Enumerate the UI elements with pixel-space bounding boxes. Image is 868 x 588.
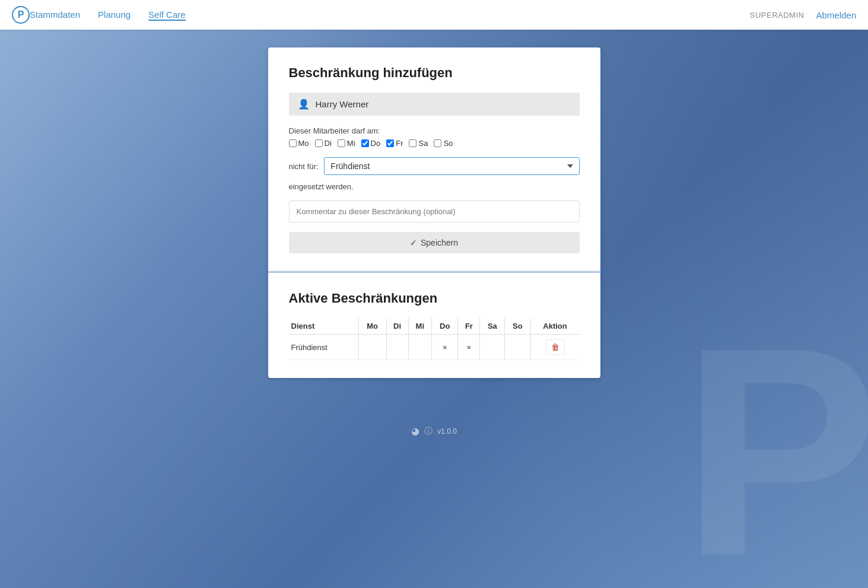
row-sa (480, 335, 505, 360)
navbar-right: SUPERADMIN Abmelden (750, 10, 856, 20)
person-icon: 👤 (298, 98, 310, 110)
row-aktion: 🗑 (530, 335, 580, 360)
footer-version: v1.0.0 (437, 427, 457, 436)
day-item-sa: Sa (409, 139, 428, 148)
nav-planung[interactable]: Planung (98, 9, 131, 21)
x-mark-fr: × (467, 343, 472, 352)
add-restriction-card: Beschränkung hinzufügen 👤 Harry Werner D… (268, 47, 600, 271)
day-item-fr: Fr (386, 139, 403, 148)
nav-selfcare[interactable]: Self Care (148, 9, 186, 21)
row-mo (358, 335, 386, 360)
row-do: × (432, 335, 458, 360)
trash-icon: 🗑 (551, 342, 559, 352)
checkbox-mo[interactable] (289, 139, 297, 147)
day-item-mi: Mi (338, 139, 355, 148)
superadmin-label: SUPERADMIN (750, 11, 805, 20)
add-restriction-title: Beschränkung hinzufügen (289, 65, 580, 81)
table-row: Frühdienst × × 🗑 (289, 335, 580, 360)
col-mo: Mo (358, 318, 386, 335)
checkbox-do[interactable] (361, 139, 369, 147)
checkmark-icon: ✓ (410, 238, 417, 247)
day-label-mo: Mo (298, 139, 309, 148)
comment-input[interactable] (289, 201, 580, 223)
days-row: Mo Di Mi Do Fr (289, 139, 580, 148)
day-label-do: Do (371, 139, 381, 148)
employee-bar: 👤 Harry Werner (289, 93, 580, 116)
col-fr: Fr (458, 318, 480, 335)
save-button[interactable]: ✓ Speichern (289, 232, 580, 253)
day-item-do: Do (361, 139, 381, 148)
nicht-fuer-row: nicht für: Frühdienst Spätdienst Nachtdi… (289, 157, 580, 175)
footer-logo-g: ◕ (411, 425, 419, 437)
x-mark-do: × (443, 343, 447, 352)
col-sa: Sa (480, 318, 505, 335)
save-label: Speichern (421, 238, 458, 247)
row-fr: × (458, 335, 480, 360)
col-mi: Mi (408, 318, 431, 335)
checkbox-mi[interactable] (338, 139, 345, 147)
nav-stammdaten[interactable]: Stammdaten (30, 9, 80, 21)
navbar: P Stammdaten Planung Self Care SUPERADMI… (0, 0, 868, 30)
eingesetzt-label: eingesetzt werden. (289, 182, 580, 191)
day-item-mo: Mo (289, 139, 309, 148)
day-label-fr: Fr (396, 139, 403, 148)
day-label-sa: Sa (418, 139, 428, 148)
days-label: Dieser Mitarbeiter darf am: (289, 126, 580, 135)
col-dienst: Dienst (289, 318, 359, 335)
row-di (386, 335, 408, 360)
checkbox-di[interactable] (315, 139, 323, 147)
nav-links: Stammdaten Planung Self Care (30, 9, 750, 21)
checkbox-so[interactable] (434, 139, 441, 147)
row-so (505, 335, 530, 360)
app-logo: P (12, 6, 30, 24)
delete-button[interactable]: 🗑 (546, 339, 565, 355)
footer-info-icon: ⓘ (424, 426, 433, 437)
restrictions-table: Dienst Mo Di Mi Do Fr Sa So Aktion Frühd… (289, 318, 580, 360)
day-label-di: Di (325, 139, 332, 148)
col-do: Do (432, 318, 458, 335)
table-header-row: Dienst Mo Di Mi Do Fr Sa So Aktion (289, 318, 580, 335)
main-content: Beschränkung hinzufügen 👤 Harry Werner D… (0, 30, 868, 414)
active-restrictions-card: Aktive Beschränkungen Dienst Mo Di Mi Do… (268, 271, 600, 378)
nicht-fuer-label: nicht für: (289, 162, 319, 171)
checkbox-fr[interactable] (386, 139, 394, 147)
day-label-mi: Mi (347, 139, 355, 148)
service-select[interactable]: Frühdienst Spätdienst Nachtdienst (324, 157, 579, 175)
row-mi (408, 335, 431, 360)
abmelden-link[interactable]: Abmelden (816, 10, 856, 20)
col-aktion: Aktion (530, 318, 580, 335)
footer: ◕ ⓘ v1.0.0 (0, 414, 868, 449)
active-restrictions-title: Aktive Beschränkungen (289, 291, 580, 306)
day-item-so: So (434, 139, 453, 148)
day-item-di: Di (315, 139, 332, 148)
row-dienst: Frühdienst (289, 335, 359, 360)
checkbox-sa[interactable] (409, 139, 416, 147)
col-so: So (505, 318, 530, 335)
col-di: Di (386, 318, 408, 335)
day-label-so: So (443, 139, 453, 148)
employee-name: Harry Werner (316, 99, 369, 109)
